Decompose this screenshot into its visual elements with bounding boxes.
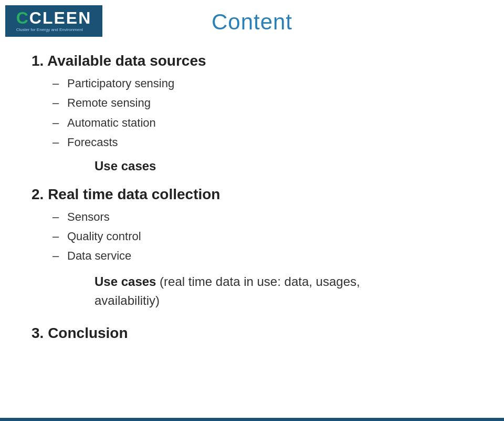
bottom-bar <box>0 418 504 421</box>
use-cases-bold-label: Use cases <box>94 159 156 173</box>
use-cases-rt-text: (real time data in use: data, usages, <box>156 274 360 289</box>
bullet-remote-sensing: Remote sensing <box>52 93 472 112</box>
section-3-heading: 3. Conclusion <box>32 325 472 342</box>
bullet-forecasts: Forecasts <box>52 132 472 152</box>
section-1: 1. Available data sources Participatory … <box>32 53 472 173</box>
section-2-heading: 2. Real time data collection <box>32 186 472 203</box>
bullet-participatory-sensing: Participatory sensing <box>52 74 472 93</box>
section-2: 2. Real time data collection Sensors Qua… <box>32 186 472 308</box>
section-2-bullets: Sensors Quality control Data service <box>52 207 472 266</box>
section-1-use-cases: Use cases <box>94 159 472 173</box>
bullet-quality-control: Quality control <box>52 227 472 246</box>
bullet-automatic-station: Automatic station <box>52 113 472 132</box>
section-2-use-cases: Use cases (real time data in use: data, … <box>94 274 472 289</box>
bullet-sensors: Sensors <box>52 207 472 227</box>
section-3: 3. Conclusion <box>32 325 472 342</box>
main-content: 1. Available data sources Participatory … <box>32 53 472 410</box>
section-1-bullets: Participatory sensing Remote sensing Aut… <box>52 74 472 152</box>
section-2-use-cases-line2: availabilitiy) <box>94 293 472 308</box>
page-title: Content <box>0 9 504 35</box>
bullet-data-service: Data service <box>52 246 472 265</box>
section-1-heading: 1. Available data sources <box>32 53 472 69</box>
use-cases-rt-bold: Use cases <box>94 274 156 289</box>
